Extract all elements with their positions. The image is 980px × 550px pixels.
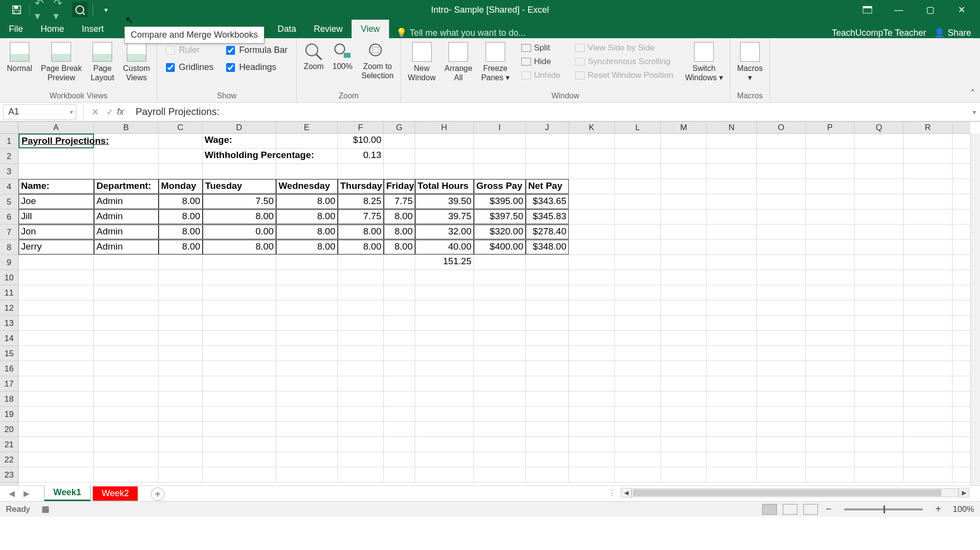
cell-P2[interactable] <box>806 149 855 163</box>
col-header-K[interactable]: K <box>569 122 615 133</box>
new-window-button[interactable]: New Window <box>405 40 439 84</box>
cell-D8[interactable]: 8.00 <box>203 240 276 254</box>
row-header-14[interactable]: 14 <box>0 331 18 346</box>
cell-F19[interactable] <box>338 407 384 421</box>
cell-O6[interactable] <box>757 209 806 224</box>
cell-A21[interactable] <box>19 437 94 452</box>
col-header-G[interactable]: G <box>384 122 415 133</box>
cell-H2[interactable] <box>415 149 474 163</box>
cell-M19[interactable] <box>661 407 707 421</box>
cell-D16[interactable] <box>203 361 276 376</box>
cell-I15[interactable] <box>474 346 526 361</box>
cell-G7[interactable]: 8.00 <box>384 225 415 239</box>
zoom-slider[interactable] <box>844 508 923 510</box>
cell-D7[interactable]: 0.00 <box>203 225 276 239</box>
cell-A17[interactable] <box>19 376 94 391</box>
page-layout-view-icon[interactable] <box>783 504 797 515</box>
cell-A2[interactable] <box>19 149 94 163</box>
cell-G9[interactable] <box>384 255 415 270</box>
cell-K3[interactable] <box>569 164 615 179</box>
normal-button[interactable]: Normal <box>4 40 35 75</box>
cell-K15[interactable] <box>569 346 615 361</box>
cell-F10[interactable] <box>338 270 384 285</box>
row-header-12[interactable]: 12 <box>0 300 18 316</box>
cell-C1[interactable] <box>159 134 203 148</box>
cell-G15[interactable] <box>384 346 415 361</box>
cell-H17[interactable] <box>415 376 474 391</box>
cell-D11[interactable] <box>203 285 276 300</box>
cell-F6[interactable]: 7.75 <box>338 209 384 224</box>
cell-F14[interactable] <box>338 331 384 345</box>
cell-J3[interactable] <box>526 164 569 179</box>
cell-K5[interactable] <box>569 194 615 209</box>
cell-P9[interactable] <box>806 255 855 270</box>
cell-H15[interactable] <box>415 346 474 361</box>
cell-P1[interactable] <box>806 134 855 148</box>
cell-N3[interactable] <box>707 164 757 179</box>
cancel-icon[interactable]: ✕ <box>88 107 102 117</box>
cell-K13[interactable] <box>569 316 615 330</box>
cell-C20[interactable] <box>159 422 203 436</box>
cell-D1[interactable]: Wage: <box>203 134 276 148</box>
cell-Q23[interactable] <box>855 467 904 482</box>
cell-L20[interactable] <box>615 422 661 436</box>
cell-D18[interactable] <box>203 391 276 406</box>
cell-B4[interactable]: Department: <box>94 179 159 194</box>
cell-M2[interactable] <box>661 149 707 163</box>
cell-L22[interactable] <box>615 452 661 467</box>
row-header-16[interactable]: 16 <box>0 361 18 376</box>
expand-formula-icon[interactable]: ▾ <box>973 108 976 116</box>
row-header-7[interactable]: 7 <box>0 225 18 240</box>
page-layout-button[interactable]: Page Layout <box>88 40 117 84</box>
cell-E23[interactable] <box>276 467 338 482</box>
cell-B2[interactable] <box>94 149 159 163</box>
cell-C12[interactable] <box>159 300 203 315</box>
view-side-by-side-button[interactable]: View Side by Side <box>573 42 676 54</box>
cell-M7[interactable] <box>661 225 707 239</box>
cell-N2[interactable] <box>707 149 757 163</box>
cell-L5[interactable] <box>615 194 661 209</box>
cell-O9[interactable] <box>757 255 806 270</box>
cell-A4[interactable]: Name: <box>19 179 94 194</box>
cell-D5[interactable]: 7.50 <box>203 194 276 209</box>
cell-B13[interactable] <box>94 316 159 330</box>
gridlines-checkbox[interactable]: Gridlines <box>166 62 213 72</box>
macro-record-icon[interactable]: ▦ <box>42 504 49 514</box>
cell-I9[interactable] <box>474 255 526 270</box>
cell-H4[interactable]: Total Hours <box>415 179 474 194</box>
cell-B1[interactable] <box>94 134 159 148</box>
cell-O16[interactable] <box>757 361 806 376</box>
cell-R16[interactable] <box>904 361 953 376</box>
cell-R12[interactable] <box>904 300 953 315</box>
cell-K19[interactable] <box>569 407 615 421</box>
cell-G1[interactable] <box>384 134 415 148</box>
cell-I18[interactable] <box>474 391 526 406</box>
cell-H23[interactable] <box>415 467 474 482</box>
undo-icon[interactable]: ↶ ▾ <box>35 2 50 18</box>
cell-B3[interactable] <box>94 164 159 179</box>
name-box[interactable]: A1 <box>3 104 76 120</box>
cell-P13[interactable] <box>806 316 855 330</box>
cell-F9[interactable] <box>338 255 384 270</box>
cell-R7[interactable] <box>904 225 953 239</box>
cell-N19[interactable] <box>707 407 757 421</box>
row-header-1[interactable]: 1 <box>0 134 18 149</box>
cell-N4[interactable] <box>707 179 757 194</box>
cell-E12[interactable] <box>276 300 338 315</box>
cell-K8[interactable] <box>569 240 615 254</box>
cell-O19[interactable] <box>757 407 806 421</box>
cell-M4[interactable] <box>661 179 707 194</box>
cell-I17[interactable] <box>474 376 526 391</box>
tab-review[interactable]: Review <box>305 20 351 38</box>
cell-A9[interactable] <box>19 255 94 270</box>
reset-window-button[interactable]: Reset Window Position <box>573 69 676 81</box>
cell-C14[interactable] <box>159 331 203 345</box>
cell-G18[interactable] <box>384 391 415 406</box>
cell-K2[interactable] <box>569 149 615 163</box>
row-header-23[interactable]: 23 <box>0 467 18 482</box>
cell-J6[interactable]: $345.83 <box>526 209 569 224</box>
cell-B9[interactable] <box>94 255 159 270</box>
row-header-15[interactable]: 15 <box>0 346 18 361</box>
cell-H14[interactable] <box>415 331 474 345</box>
cell-L14[interactable] <box>615 331 661 345</box>
